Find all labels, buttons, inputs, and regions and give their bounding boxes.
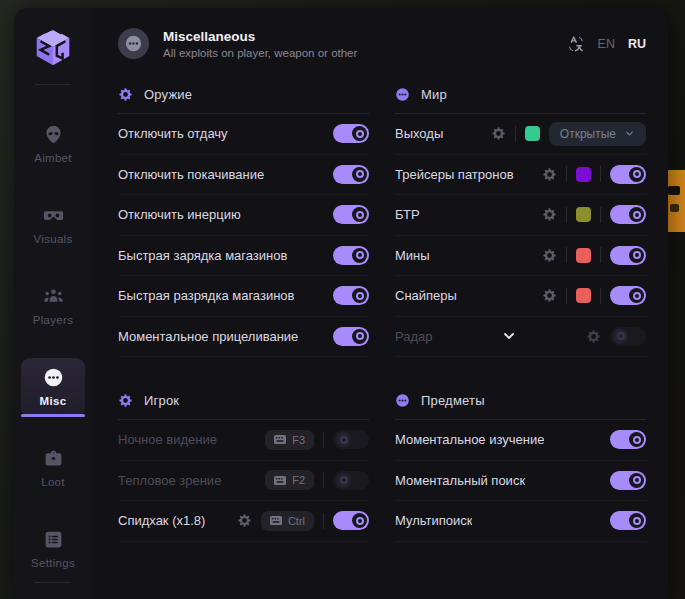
- chevron-down-icon[interactable]: [501, 328, 517, 344]
- column-left: ОружиеОтключить отдачуОтключить покачива…: [118, 81, 369, 546]
- toggle-switch[interactable]: [333, 124, 369, 143]
- setting-label: Трейсеры патронов: [395, 167, 514, 182]
- alien-icon: [43, 124, 64, 145]
- setting-row: Быстрая зарядка магазинов: [118, 236, 369, 277]
- control-divider: [566, 166, 567, 182]
- toggle-switch[interactable]: [610, 165, 646, 184]
- toggle-switch[interactable]: [333, 327, 369, 346]
- setting-label: Отключить отдачу: [118, 126, 228, 141]
- main-content: Miscellaneous All exploits on player, we…: [92, 8, 668, 599]
- toggle-switch[interactable]: [333, 471, 369, 490]
- hud-mark: [668, 186, 680, 195]
- briefcase-icon: [43, 448, 64, 469]
- setting-label: Моментальное изучение: [395, 432, 544, 447]
- toggle-knob: [629, 513, 644, 528]
- sidebar-item-label: Loot: [41, 476, 65, 488]
- keyboard-icon: [274, 435, 286, 444]
- list-icon: [43, 529, 64, 550]
- section-title: Игрок: [144, 393, 179, 408]
- cheat-menu-window: AimbetVisualsPlayersMiscLootSettings Mis…: [14, 8, 668, 599]
- sidebar: AimbetVisualsPlayersMiscLootSettings: [14, 8, 92, 599]
- setting-label: Быстрая разрядка магазинов: [118, 288, 294, 303]
- gear-icon[interactable]: [491, 126, 506, 141]
- setting-row: Тепловое зрениеF2: [118, 461, 369, 502]
- setting-row: ВыходыОткрытые: [395, 114, 646, 155]
- toggle-switch[interactable]: [610, 286, 646, 305]
- color-swatch[interactable]: [576, 167, 591, 182]
- section-items: ПредметыМоментальное изучениеМоментальны…: [395, 387, 646, 542]
- hotkey-label: F2: [292, 474, 305, 486]
- control-divider: [600, 247, 601, 263]
- gear-icon[interactable]: [542, 207, 557, 222]
- sidebar-divider: [35, 84, 71, 85]
- players-icon: [43, 286, 64, 307]
- sidebar-item-visuals[interactable]: Visuals: [21, 196, 85, 255]
- row-spacer: [442, 328, 577, 344]
- toggle-knob: [629, 432, 644, 447]
- setting-label: БТР: [395, 207, 420, 222]
- color-swatch[interactable]: [576, 207, 591, 222]
- sidebar-item-misc[interactable]: Misc: [21, 358, 85, 417]
- sidebar-divider: [35, 582, 71, 583]
- hotkey-badge[interactable]: F2: [265, 470, 314, 490]
- toggle-switch[interactable]: [610, 246, 646, 265]
- dropdown-select[interactable]: Открытые: [549, 122, 646, 146]
- hotkey-badge[interactable]: F3: [265, 430, 314, 450]
- gear-icon[interactable]: [542, 248, 557, 263]
- gear-icon[interactable]: [542, 167, 557, 182]
- app-logo-icon: [30, 24, 76, 70]
- toggle-switch[interactable]: [610, 471, 646, 490]
- section-header-player: Игрок: [118, 387, 369, 420]
- control-divider: [515, 126, 516, 142]
- hud-mark: [670, 204, 679, 212]
- toggle-switch[interactable]: [610, 205, 646, 224]
- toggle-knob: [629, 248, 644, 263]
- toggle-knob: [613, 329, 628, 344]
- color-swatch[interactable]: [576, 248, 591, 263]
- lang-option-en[interactable]: EN: [598, 37, 615, 51]
- setting-row: Отключить инерцию: [118, 195, 369, 236]
- sidebar-item-players[interactable]: Players: [21, 277, 85, 336]
- section-world: МирВыходыОткрытыеТрейсеры патроновБТРМин…: [395, 81, 646, 357]
- toggle-switch[interactable]: [333, 430, 369, 449]
- toggle-knob: [352, 329, 367, 344]
- section-title: Предметы: [421, 393, 485, 408]
- gear-icon[interactable]: [586, 329, 601, 344]
- toggle-switch[interactable]: [333, 511, 369, 530]
- sidebar-item-aimbet[interactable]: Aimbet: [21, 115, 85, 174]
- toggle-switch[interactable]: [333, 246, 369, 265]
- control-divider: [566, 288, 567, 304]
- toggle-switch[interactable]: [333, 165, 369, 184]
- setting-row: Снайперы: [395, 276, 646, 317]
- gear-icon[interactable]: [237, 513, 252, 528]
- setting-label: Ночное видение: [118, 432, 217, 447]
- gear-icon[interactable]: [542, 288, 557, 303]
- sidebar-item-settings[interactable]: Settings: [21, 520, 85, 579]
- setting-row: Быстрая разрядка магазинов: [118, 276, 369, 317]
- toggle-switch[interactable]: [333, 205, 369, 224]
- control-divider: [323, 472, 324, 488]
- setting-row: Моментальное прицеливание: [118, 317, 369, 358]
- toggle-switch[interactable]: [333, 286, 369, 305]
- setting-label: Спидхак (x1.8): [118, 513, 205, 528]
- toggle-knob: [336, 473, 351, 488]
- color-swatch[interactable]: [525, 126, 540, 141]
- sidebar-item-loot[interactable]: Loot: [21, 439, 85, 498]
- toggle-switch[interactable]: [610, 430, 646, 449]
- toggle-switch[interactable]: [610, 511, 646, 530]
- hotkey-badge[interactable]: Ctrl: [261, 511, 314, 531]
- section-header-weapon: Оружие: [118, 81, 369, 114]
- toggle-switch[interactable]: [610, 327, 646, 346]
- page-title: Miscellaneous: [163, 29, 357, 44]
- section-weapon: ОружиеОтключить отдачуОтключить покачива…: [118, 81, 369, 357]
- lang-option-ru[interactable]: RU: [628, 37, 646, 51]
- control-divider: [600, 288, 601, 304]
- setting-row: Мультипоиск: [395, 501, 646, 542]
- setting-label: Отключить покачивание: [118, 167, 264, 182]
- section-player: ИгрокНочное видениеF3Тепловое зрениеF2Сп…: [118, 387, 369, 542]
- toggle-knob: [629, 207, 644, 222]
- language-options: ENRU: [598, 37, 646, 51]
- setting-row: Трейсеры патронов: [395, 155, 646, 196]
- gear-icon: [118, 393, 133, 408]
- color-swatch[interactable]: [576, 288, 591, 303]
